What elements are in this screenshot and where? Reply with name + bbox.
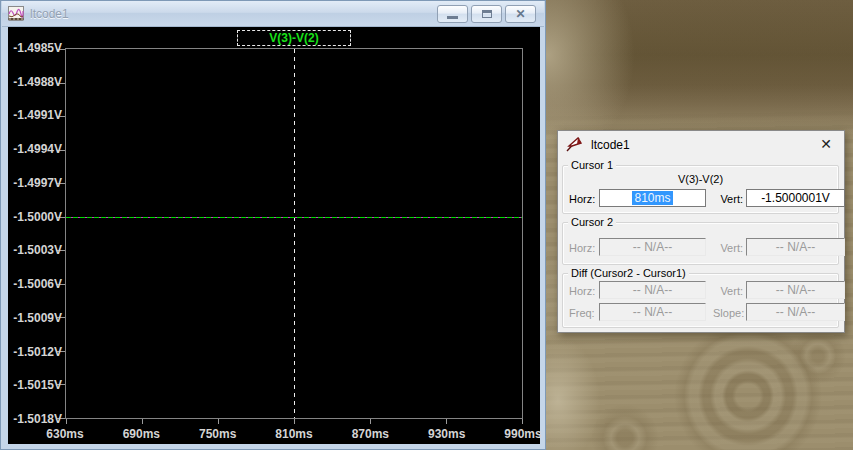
minimize-button[interactable] bbox=[437, 5, 468, 23]
cursor2-horz-label: Horz: bbox=[569, 242, 595, 254]
diff-horz-label: Horz: bbox=[569, 285, 595, 297]
diff-slope-field: -- N/A-- bbox=[746, 303, 845, 321]
close-button[interactable]: ✕ bbox=[505, 5, 536, 23]
y-tick-label: -1.5009V bbox=[13, 311, 62, 325]
cursor2-vert-value: -- N/A-- bbox=[776, 240, 815, 254]
y-tick-label: -1.5012V bbox=[13, 345, 62, 359]
ltspice-flag-icon bbox=[566, 137, 583, 152]
cursor2-group: Cursor 2 Horz: -- N/A-- Vert: -- N/A-- bbox=[562, 222, 839, 265]
trace-label[interactable]: V(3)-V(2) bbox=[237, 30, 351, 46]
diff-group-label: Diff (Cursor2 - Cursor1) bbox=[568, 267, 689, 279]
waveform-plot-area[interactable]: V(3)-V(2) -1.4985V-1.4988V-1.4991V-1.499… bbox=[8, 27, 540, 444]
plot-window-titlebar[interactable]: ltcode1 ✕ bbox=[2, 1, 544, 27]
cursor-dialog: ltcode1 ✕ Cursor 1 V(3)-V(2) Horz: 810ms… bbox=[557, 130, 845, 333]
x-tick-label: 690ms bbox=[123, 427, 160, 441]
diff-vert-value: -- N/A-- bbox=[776, 283, 815, 297]
y-tick-label: -1.5018V bbox=[13, 412, 62, 426]
cursor1-horz-field[interactable]: 810ms bbox=[599, 189, 706, 207]
close-icon: ✕ bbox=[820, 136, 832, 152]
cursor1-signal-name: V(3)-V(2) bbox=[563, 173, 838, 185]
close-icon: ✕ bbox=[515, 8, 525, 20]
plot-window-title: ltcode1 bbox=[30, 7, 69, 21]
y-tick-label: -1.5015V bbox=[13, 378, 62, 392]
cursor1-horz-label: Horz: bbox=[569, 193, 595, 205]
maximize-button[interactable] bbox=[471, 5, 502, 23]
cursor1-vert-field[interactable]: -1.5000001V bbox=[746, 189, 845, 207]
diff-horz-field: -- N/A-- bbox=[599, 281, 706, 299]
diff-freq-field: -- N/A-- bbox=[599, 303, 706, 321]
ltspice-waveform-icon bbox=[8, 6, 24, 22]
x-tick-label: 930ms bbox=[428, 427, 465, 441]
y-tick-label: -1.4991V bbox=[13, 108, 62, 122]
diff-freq-value: -- N/A-- bbox=[633, 305, 672, 319]
diff-horz-value: -- N/A-- bbox=[633, 283, 672, 297]
diff-slope-value: -- N/A-- bbox=[776, 305, 815, 319]
window-controls: ✕ bbox=[437, 5, 536, 23]
cursor1-horz-value-selected: 810ms bbox=[632, 191, 672, 205]
cursor2-horz-field: -- N/A-- bbox=[599, 238, 706, 256]
cursor-dialog-title: ltcode1 bbox=[591, 138, 630, 152]
cursor2-group-label: Cursor 2 bbox=[568, 216, 616, 228]
diff-vert-field: -- N/A-- bbox=[746, 281, 845, 299]
cursor1-group-label: Cursor 1 bbox=[568, 159, 616, 171]
diff-vert-label: Vert: bbox=[713, 285, 743, 297]
cursor-dialog-titlebar[interactable]: ltcode1 ✕ bbox=[558, 131, 844, 158]
x-tick-label: 990ms bbox=[504, 427, 541, 441]
y-tick-label: -1.5006V bbox=[13, 277, 62, 291]
plot-frame bbox=[65, 48, 523, 419]
waveform-viewer-window: ltcode1 ✕ V(3)-V(2) -1.4985V-1.4988V-1.4… bbox=[0, 0, 546, 450]
maximize-icon bbox=[482, 10, 492, 18]
cursor2-vert-label: Vert: bbox=[713, 242, 743, 254]
x-tick-label: 870ms bbox=[352, 427, 389, 441]
x-tick-label: 630ms bbox=[46, 427, 83, 441]
y-tick-label: -1.4988V bbox=[13, 75, 62, 89]
x-axis-labels: 630ms690ms750ms810ms870ms930ms990ms bbox=[65, 419, 523, 443]
dialog-close-button[interactable]: ✕ bbox=[812, 133, 840, 155]
cursor2-vert-field: -- N/A-- bbox=[746, 238, 845, 256]
x-tick-label: 750ms bbox=[199, 427, 236, 441]
x-tick-label: 810ms bbox=[275, 427, 312, 441]
y-axis-labels: -1.4985V-1.4988V-1.4991V-1.4994V-1.4997V… bbox=[8, 48, 62, 419]
diff-freq-label: Freq: bbox=[569, 307, 595, 319]
y-tick-label: -1.4985V bbox=[13, 41, 62, 55]
cursor1-vert-label: Vert: bbox=[713, 193, 743, 205]
y-tick-label: -1.4997V bbox=[13, 176, 62, 190]
y-tick-label: -1.4994V bbox=[13, 142, 62, 156]
cursor1-group: Cursor 1 V(3)-V(2) Horz: 810ms Vert: -1.… bbox=[562, 165, 839, 214]
minimize-icon bbox=[447, 16, 458, 19]
diff-group: Diff (Cursor2 - Cursor1) Horz: -- N/A-- … bbox=[562, 273, 839, 328]
cursor1-vertical-line[interactable] bbox=[294, 49, 295, 418]
cursor2-horz-value: -- N/A-- bbox=[633, 240, 672, 254]
y-tick-label: -1.5003V bbox=[13, 243, 62, 257]
trace-and-cursor1-horizontal-line[interactable] bbox=[66, 217, 522, 218]
cursor-dialog-body: Cursor 1 V(3)-V(2) Horz: 810ms Vert: -1.… bbox=[558, 158, 844, 332]
y-tick-label: -1.5000V bbox=[13, 210, 62, 224]
diff-slope-label: Slope: bbox=[713, 307, 743, 319]
cursor1-vert-value: -1.5000001V bbox=[761, 191, 830, 205]
